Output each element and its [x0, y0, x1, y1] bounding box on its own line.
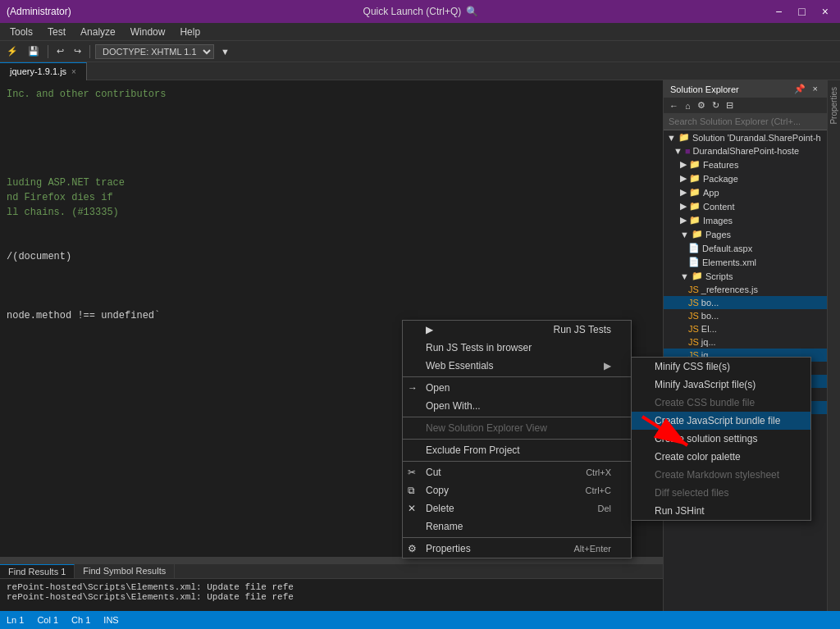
tree-references[interactable]: JS _references.js: [664, 283, 827, 296]
toolbar-icon-1[interactable]: ⚡: [3, 44, 21, 58]
tree-content[interactable]: ▶ 📁 Content: [664, 199, 827, 213]
ctx-run-jshint[interactable]: Run JSHint: [632, 502, 810, 520]
ctx-rename[interactable]: Rename: [403, 517, 631, 536]
minimize-button[interactable]: −: [770, 5, 787, 18]
output-line-2: rePoint-hosted\Scripts\Elements.xml: Upd…: [7, 592, 656, 602]
ctx-sep-4: [403, 461, 631, 462]
se-collapse-button[interactable]: ⊟: [724, 99, 736, 112]
delete-icon: ✕: [408, 503, 416, 514]
tab-jquery[interactable]: jquery-1.9.1.js ×: [0, 62, 87, 80]
references-label: _references.js: [701, 285, 758, 294]
tree-features[interactable]: ▶ 📁 Features: [664, 157, 827, 171]
ctx-minify-css[interactable]: Minify CSS file(s): [632, 358, 810, 376]
tree-bo1[interactable]: JS bo...: [664, 296, 827, 309]
content-label: Content: [703, 202, 735, 212]
ctx-copy-shortcut: Ctrl+C: [586, 485, 611, 495]
tree-solution[interactable]: ▼ 📁 Solution 'Durandal.SharePoint-h: [664, 130, 827, 144]
se-settings-button[interactable]: ⚙: [695, 99, 708, 112]
output-tab-find-symbol[interactable]: Find Symbol Results: [75, 564, 175, 578]
ctx-properties[interactable]: ⚙ Properties Alt+Enter: [403, 540, 631, 558]
ctx-cut-shortcut: Ctrl+X: [586, 467, 611, 477]
status-col: Col 1: [37, 615, 58, 625]
se-toolbar: ← ⌂ ⚙ ↻ ⊟: [664, 98, 827, 113]
toolbar-redo[interactable]: ↪: [71, 44, 84, 58]
chevron-down-icon-sc: ▼: [680, 271, 689, 281]
ctx-cut[interactable]: ✂ Cut Ctrl+X: [403, 463, 631, 481]
se-title: Solution Explorer: [670, 84, 739, 94]
ctx-create-markdown: Create Markdown stylesheet: [632, 466, 810, 484]
menu-tools[interactable]: Tools: [3, 25, 39, 39]
ctx-copy[interactable]: ⧉ Copy Ctrl+C: [403, 481, 631, 499]
menu-analyze[interactable]: Analyze: [74, 25, 122, 39]
web-essentials-submenu: Minify CSS file(s) Minify JavaScript fil…: [631, 357, 811, 521]
se-search-input[interactable]: [669, 116, 822, 126]
close-button[interactable]: ×: [817, 5, 833, 18]
maximize-button[interactable]: □: [793, 5, 810, 18]
se-refresh-button[interactable]: ↻: [710, 99, 722, 112]
ctx-run-js-tests-label: Run JS Tests: [550, 324, 611, 335]
menu-window[interactable]: Window: [124, 25, 172, 39]
ctx-minify-js[interactable]: Minify JavaScript file(s): [632, 376, 810, 394]
menu-test[interactable]: Test: [41, 25, 72, 39]
output-tab-find-results[interactable]: Find Results 1: [0, 564, 75, 578]
ctx-delete[interactable]: ✕ Delete Del: [403, 499, 631, 517]
menu-help[interactable]: Help: [173, 25, 207, 39]
run-icon: ▶: [426, 324, 433, 335]
folder-icon-img: 📁: [689, 215, 701, 226]
ctx-exclude-from-project[interactable]: Exclude From Project: [403, 441, 631, 459]
ctx-new-solution-explorer-label: New Solution Explorer View: [426, 422, 547, 434]
tree-pages[interactable]: ▼ 📁 Pages: [664, 227, 827, 241]
tree-bo2[interactable]: JS bo...: [664, 309, 827, 322]
submenu-arrow-icon: ▶: [604, 360, 611, 371]
el-label: El...: [701, 324, 717, 334]
elements-xml-label: Elements.xml: [702, 258, 756, 267]
tree-scripts[interactable]: ▼ 📁 Scripts: [664, 269, 827, 283]
tree-project[interactable]: ▼ ■ DurandalSharePoint-hoste: [664, 144, 827, 157]
js-icon-bo1: JS: [688, 298, 699, 308]
tree-elements-xml[interactable]: 📄 Elements.xml: [664, 255, 827, 269]
status-ln: Ln 1: [7, 615, 24, 625]
se-pin-button[interactable]: 📌: [792, 83, 808, 95]
ctx-open-with[interactable]: Open With...: [403, 397, 631, 415]
tree-jq1[interactable]: JS jq...: [664, 335, 827, 349]
tree-app[interactable]: ▶ 📁 App: [664, 185, 827, 199]
window-controls[interactable]: − □ ×: [770, 5, 833, 18]
toolbar-icon-2[interactable]: 💾: [25, 44, 43, 58]
toolbar-undo[interactable]: ↩: [53, 44, 67, 58]
code-line-6: [7, 161, 656, 175]
se-home-button[interactable]: ⌂: [682, 99, 693, 112]
ctx-run-js-tests-browser[interactable]: Run JS Tests in browser: [403, 339, 631, 357]
ctx-copy-label: Copy: [426, 485, 449, 496]
toolbar-separator-2: [89, 45, 90, 58]
folder-icon: 📁: [689, 159, 701, 170]
pages-label: Pages: [705, 230, 731, 239]
toolbar-dropdown[interactable]: ▼: [217, 45, 233, 58]
ctx-run-js-tests[interactable]: ▶ Run JS Tests: [403, 321, 631, 339]
ctx-create-solution-settings[interactable]: Create solution settings: [632, 430, 810, 448]
chevron-down-icon-pg: ▼: [680, 230, 689, 239]
se-search[interactable]: [664, 113, 827, 130]
tree-el[interactable]: JS El...: [664, 322, 827, 335]
properties-label: Properties: [829, 87, 838, 125]
images-label: Images: [703, 216, 733, 226]
ctx-web-essentials[interactable]: Web Essentials ▶ Minify CSS file(s) Mini…: [403, 357, 631, 375]
file-icon-da: 📄: [688, 243, 700, 253]
code-line-7: luding ASP.NET trace: [7, 175, 656, 190]
properties-strip[interactable]: Properties: [827, 80, 840, 629]
ctx-minify-css-label: Minify CSS file(s): [655, 361, 730, 372]
ctx-open[interactable]: → Open: [403, 379, 631, 397]
se-close-button[interactable]: ×: [810, 83, 820, 94]
tree-package[interactable]: ▶ 📁 Package: [664, 171, 827, 185]
ctx-create-js-bundle[interactable]: Create JavaScript bundle file: [632, 412, 810, 430]
tree-images[interactable]: ▶ 📁 Images: [664, 213, 827, 227]
app-label: App: [703, 188, 719, 198]
doctype-select[interactable]: DOCTYPE: XHTML 1.1: [95, 44, 214, 59]
code-line-5: [7, 146, 656, 161]
close-icon[interactable]: ×: [71, 67, 76, 76]
quick-launch-bar[interactable]: Quick Launch (Ctrl+Q) 🔍: [363, 6, 479, 17]
ctx-create-color-palette[interactable]: Create color palette: [632, 448, 810, 466]
tree-default-aspx[interactable]: 📄 Default.aspx: [664, 241, 827, 255]
se-back-button[interactable]: ←: [667, 99, 681, 112]
status-bar: Ln 1 Col 1 Ch 1 INS: [0, 611, 840, 629]
cut-icon: ✂: [408, 467, 416, 478]
